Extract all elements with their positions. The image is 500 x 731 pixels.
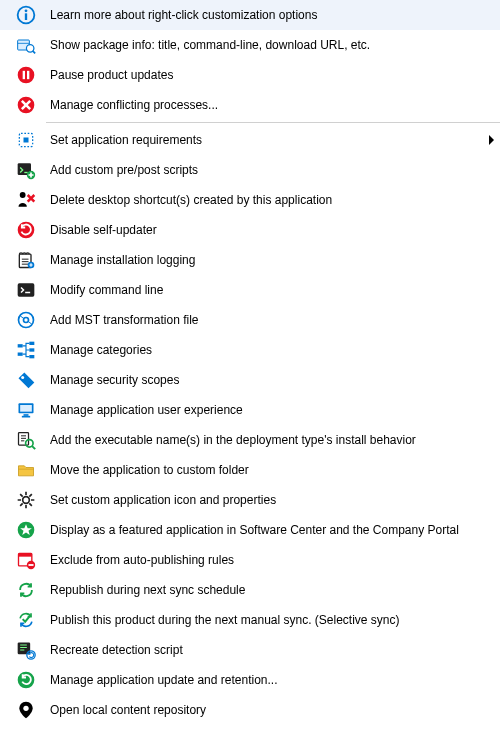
- svg-point-18: [19, 313, 34, 328]
- menu-label: Exclude from auto-publishing rules: [40, 553, 500, 567]
- disc-icon: [4, 310, 40, 330]
- menu-item-manage-logging[interactable]: Manage installation logging: [0, 245, 500, 275]
- menu-item-add-exe-names[interactable]: Add the executable name(s) in the deploy…: [0, 425, 500, 455]
- menu-item-move-folder[interactable]: Move the application to custom folder: [0, 455, 500, 485]
- requirements-icon: [4, 130, 40, 150]
- pause-icon: [4, 65, 40, 85]
- menu-label: Manage installation logging: [40, 253, 500, 267]
- svg-rect-22: [29, 342, 34, 345]
- svg-rect-17: [18, 283, 35, 296]
- package-info-icon: [4, 35, 40, 55]
- tag-icon: [4, 370, 40, 390]
- menu-item-modify-cmdline[interactable]: Modify command line: [0, 275, 500, 305]
- sync-icon: [4, 580, 40, 600]
- submenu-arrow-icon: [489, 135, 494, 145]
- menu-label: Republish during next sync schedule: [40, 583, 500, 597]
- menu-label: Learn more about right-click customizati…: [40, 8, 500, 22]
- menu-item-exclude-auto[interactable]: Exclude from auto-publishing rules: [0, 545, 500, 575]
- magnify-page-icon: [4, 430, 40, 450]
- menu-label: Show package info: title, command-line, …: [40, 38, 500, 52]
- monitor-icon: [4, 400, 40, 420]
- script-refresh-icon: [4, 640, 40, 660]
- selective-sync-icon: [4, 610, 40, 630]
- menu-item-manage-scopes[interactable]: Manage security scopes: [0, 365, 500, 395]
- svg-rect-29: [22, 416, 30, 418]
- menu-label: Display as a featured application in Sof…: [40, 523, 500, 537]
- menu-label: Modify command line: [40, 283, 500, 297]
- svg-rect-28: [24, 414, 29, 416]
- svg-point-13: [20, 192, 26, 198]
- delete-shortcut-icon: [4, 190, 40, 210]
- menu-item-display-featured[interactable]: Display as a featured application in Sof…: [0, 515, 500, 545]
- svg-rect-21: [18, 353, 23, 356]
- svg-rect-6: [23, 71, 25, 79]
- menu-label: Set custom application icon and properti…: [40, 493, 500, 507]
- menu-separator: [46, 122, 500, 123]
- menu-label: Open local content repository: [40, 703, 500, 717]
- menu-label: Manage categories: [40, 343, 500, 357]
- svg-rect-23: [29, 348, 34, 351]
- menu-label: Move the application to custom folder: [40, 463, 500, 477]
- disable-updater-icon: [4, 220, 40, 240]
- menu-label: Manage application user experience: [40, 403, 500, 417]
- svg-point-19: [24, 318, 29, 323]
- menu-item-set-icon[interactable]: Set custom application icon and properti…: [0, 485, 500, 515]
- svg-rect-35: [19, 553, 32, 556]
- update-retention-icon: [4, 670, 40, 690]
- categories-icon: [4, 340, 40, 360]
- menu-item-open-local-repo[interactable]: Open local content repository: [0, 695, 500, 725]
- menu-item-manage-update-retention[interactable]: Manage application update and retention.…: [0, 665, 500, 695]
- svg-rect-24: [29, 355, 34, 358]
- menu-label: Add custom pre/post scripts: [40, 163, 500, 177]
- menu-label: Add the executable name(s) in the deploy…: [40, 433, 500, 447]
- calendar-exclude-icon: [4, 550, 40, 570]
- svg-rect-10: [24, 138, 29, 143]
- menu-item-add-scripts[interactable]: Add custom pre/post scripts: [0, 155, 500, 185]
- menu-item-republish-sync[interactable]: Republish during next sync schedule: [0, 575, 500, 605]
- svg-point-25: [21, 376, 24, 379]
- menu-item-recreate-detection[interactable]: Recreate detection script: [0, 635, 500, 665]
- gear-icon: [4, 490, 40, 510]
- menu-item-manage-conflicting[interactable]: Manage conflicting processes...: [0, 90, 500, 120]
- menu-label: Delete desktop shortcut(s) created by th…: [40, 193, 500, 207]
- folder-icon: [4, 460, 40, 480]
- menu-item-publish-selective[interactable]: Publish this product during the next man…: [0, 605, 500, 635]
- menu-item-show-package-info[interactable]: Show package info: title, command-line, …: [0, 30, 500, 60]
- terminal-icon: [4, 280, 40, 300]
- svg-rect-1: [25, 13, 27, 20]
- context-menu: Learn more about right-click customizati…: [0, 0, 500, 725]
- menu-label: Disable self-updater: [40, 223, 500, 237]
- menu-item-manage-categories[interactable]: Manage categories: [0, 335, 500, 365]
- location-pin-icon: [4, 700, 40, 720]
- menu-item-learn-more[interactable]: Learn more about right-click customizati…: [0, 0, 500, 30]
- svg-point-5: [18, 67, 35, 84]
- svg-point-32: [23, 497, 30, 504]
- info-icon: [4, 5, 40, 25]
- conflict-icon: [4, 95, 40, 115]
- svg-rect-7: [27, 71, 29, 79]
- menu-item-pause-updates[interactable]: Pause product updates: [0, 60, 500, 90]
- menu-label: Add MST transformation file: [40, 313, 500, 327]
- script-add-icon: [4, 160, 40, 180]
- star-badge-icon: [4, 520, 40, 540]
- menu-item-delete-shortcuts[interactable]: Delete desktop shortcut(s) created by th…: [0, 185, 500, 215]
- svg-point-40: [23, 706, 28, 711]
- menu-label: Manage security scopes: [40, 373, 500, 387]
- menu-item-add-mst[interactable]: Add MST transformation file: [0, 305, 500, 335]
- svg-rect-20: [18, 344, 23, 347]
- menu-label: Recreate detection script: [40, 643, 500, 657]
- menu-label: Manage application update and retention.…: [40, 673, 500, 687]
- logging-icon: [4, 250, 40, 270]
- svg-rect-27: [20, 405, 32, 412]
- menu-item-set-requirements[interactable]: Set application requirements: [0, 125, 500, 155]
- svg-point-2: [25, 9, 28, 12]
- menu-item-disable-self-updater[interactable]: Disable self-updater: [0, 215, 500, 245]
- menu-item-manage-ux[interactable]: Manage application user experience: [0, 395, 500, 425]
- menu-label: Set application requirements: [40, 133, 500, 147]
- menu-label: Pause product updates: [40, 68, 500, 82]
- menu-label: Publish this product during the next man…: [40, 613, 500, 627]
- menu-label: Manage conflicting processes...: [40, 98, 500, 112]
